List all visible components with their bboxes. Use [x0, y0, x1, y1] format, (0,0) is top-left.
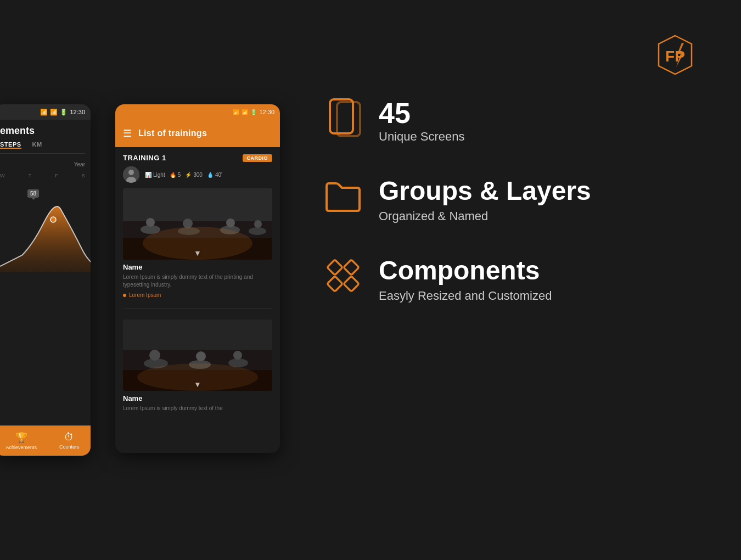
expand-arrow: ▼ [194, 249, 201, 257]
right-statusbar: 📶 📶 🔋 12:30 [115, 104, 280, 120]
components-desc: Easyly Resized and Customized [379, 289, 697, 303]
training-card-2: ▼ Name Lorem Ipsum is simply dummy text … [115, 313, 280, 421]
chart-area: 58 W T F S [0, 173, 85, 272]
training-image-1: ▼ [123, 188, 272, 260]
diamond-icon-wrap [324, 256, 362, 295]
feature-groups: Groups & Layers Organized & Named [324, 177, 697, 223]
feature-screens-text: 45 Unique Screens [379, 99, 697, 144]
nav-counters-label: Counters [59, 444, 80, 450]
svg-rect-31 [327, 260, 343, 275]
calories-value: 300 [193, 172, 203, 178]
expand-arrow-2: ▼ [194, 380, 201, 389]
svg-text:FP: FP [665, 48, 685, 65]
right-time: 12:30 [259, 109, 274, 115]
duration-icon: 💧 [207, 172, 214, 178]
card-name-1: Name [123, 263, 272, 271]
training-image-2: ▼ [123, 320, 272, 391]
svg-point-24 [196, 351, 206, 361]
left-time: 12:30 [70, 109, 85, 115]
nav-achievements[interactable]: 🏆 Achievements [5, 432, 37, 450]
svg-point-14 [226, 219, 235, 227]
svg-point-3 [50, 217, 56, 222]
year-label: Year [0, 161, 85, 167]
card-divider [123, 308, 272, 309]
svg-rect-34 [344, 276, 359, 292]
achievements-icon: 🏆 [15, 432, 27, 444]
screens-count: 45 [379, 99, 697, 127]
left-statusbar: 📶 📶 🔋 12:30 [0, 104, 91, 120]
tab-steps[interactable]: STEPS [0, 141, 21, 149]
svg-point-15 [249, 227, 266, 235]
phone-left: 📶 📶 🔋 12:30 ements STEPS KM Year 58 [0, 104, 91, 456]
trainer-avatar [123, 166, 139, 183]
phone-body: TRAINING 1 CARDIO 📊 Light [115, 147, 280, 453]
level-value: Light [153, 172, 165, 178]
exercises-value: 5 [178, 172, 181, 178]
groups-title: Groups & Layers [379, 177, 697, 206]
duration-value: 40' [215, 172, 222, 178]
nav-counters[interactable]: ⏱ Counters [59, 432, 80, 450]
card-bottom-1: Name Lorem Ipsum is simply dummy text of… [123, 263, 272, 304]
counters-icon: ⏱ [64, 432, 74, 443]
phone-right: 📶 📶 🔋 12:30 ☰ List of trainings TRAINING… [115, 104, 280, 453]
calories-icon: ⚡ [185, 172, 192, 178]
svg-point-5 [128, 170, 134, 175]
meta-stats: 📊 Light 🔥 5 ⚡ 300 💧 40' [145, 172, 222, 178]
tab-km[interactable]: KM [32, 141, 42, 149]
chart-axis: W T F S [0, 173, 85, 178]
card-desc-2: Lorem Ipsum is simply dummy text of the [123, 405, 272, 412]
svg-point-22 [149, 350, 160, 361]
folder-icon-wrap [324, 177, 362, 215]
hamburger-icon[interactable]: ☰ [123, 127, 132, 139]
svg-point-10 [146, 218, 155, 227]
feature-components-text: Components Easyly Resized and Customized [379, 256, 697, 303]
header-title: List of trainings [138, 128, 207, 138]
bottom-nav-left: 🏆 Achievements ⏱ Counters [0, 425, 91, 456]
card-desc-1: Lorem Ipsum is simply dummy text of the … [123, 273, 272, 289]
svg-point-16 [254, 220, 262, 228]
training-meta: 📊 Light 🔥 5 ⚡ 300 💧 40' [123, 166, 272, 183]
phone-icon-wrap [324, 99, 362, 137]
feature-components: Components Easyly Resized and Customized [324, 256, 697, 303]
screens-subtitle: Unique Screens [379, 130, 697, 144]
features-section: 45 Unique Screens Groups & Layers Organi… [324, 99, 697, 336]
feature-groups-text: Groups & Layers Organized & Named [379, 177, 697, 223]
level-icon: 📊 [145, 172, 151, 178]
feature-screens: 45 Unique Screens [324, 99, 697, 144]
logo: FP [653, 33, 697, 77]
tag-dot [123, 294, 126, 297]
svg-rect-29 [330, 99, 353, 133]
svg-rect-30 [337, 102, 360, 136]
groups-desc: Organized & Named [379, 209, 697, 223]
components-title: Components [379, 256, 697, 285]
training-card-1: TRAINING 1 CARDIO 📊 Light [115, 147, 280, 304]
svg-rect-32 [344, 260, 359, 275]
nav-achievements-label: Achievements [5, 445, 37, 450]
left-title: ements [0, 125, 85, 137]
exercises-icon: 🔥 [170, 172, 176, 178]
cardio-badge: CARDIO [243, 154, 273, 162]
right-header: ☰ List of trainings [115, 120, 280, 147]
svg-point-26 [233, 351, 242, 360]
svg-rect-33 [327, 276, 343, 292]
card-bottom-2: Name Lorem Ipsum is simply dummy text of… [123, 394, 272, 421]
training-title-1: TRAINING 1 [123, 154, 166, 162]
card-tag-1: Lorem Ipsum [123, 292, 272, 298]
card-name-2: Name [123, 394, 272, 402]
